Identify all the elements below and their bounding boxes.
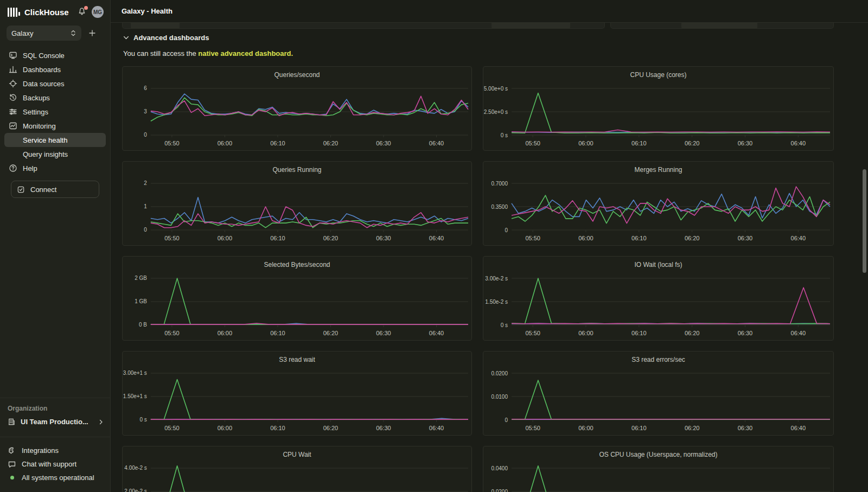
svg-text:3.00e-2 s: 3.00e-2 s [485,276,508,282]
svg-text:06:00: 06:00 [218,235,232,241]
svg-text:06:40: 06:40 [429,425,444,431]
line-chart: 2 GB1 GB0 B05:5006:0006:1006:2006:3006:4… [123,271,471,340]
chart-title: OS CPU Usage (Userspace, normalized) [483,446,833,461]
charts-grid: Queries/second 63005:5006:0006:1006:2006… [122,66,868,492]
svg-text:2 GB: 2 GB [135,275,147,281]
svg-text:05:50: 05:50 [164,140,179,146]
svg-text:06:00: 06:00 [578,235,593,241]
workspace-select[interactable]: Galaxy [7,25,81,41]
svg-text:06:10: 06:10 [270,235,285,241]
chart-panel-cpu-usage: CPU Usage (cores) 5.00e+0 s2.50e+0 s0 s0… [483,66,834,151]
sidebar-item-dashboards[interactable]: Dashboards [4,62,106,76]
native-dashboard-link[interactable]: native advanced dashboard. [198,49,293,57]
sidebar: ClickHouse MG Galaxy S [0,0,111,492]
svg-text:06:30: 06:30 [376,425,391,431]
connect-button[interactable]: Connect [11,181,99,198]
svg-text:05:50: 05:50 [164,425,179,431]
svg-text:0.7000: 0.7000 [491,181,508,187]
sidebar-item-sql-console[interactable]: SQL Console [4,48,106,62]
svg-text:0: 0 [505,227,508,233]
svg-text:4.00e-2 s: 4.00e-2 s [124,465,147,471]
svg-text:06:40: 06:40 [429,235,444,241]
chart-panel-io-wait: IO Wait (local fs) 3.00e-2 s1.50e-2 s0 s… [483,256,834,341]
svg-text:0.3500: 0.3500 [491,204,508,210]
sidebar-item-label: Integrations [22,446,59,455]
svg-text:06:00: 06:00 [578,425,593,431]
sidebar-item-label: SQL Console [23,52,65,60]
svg-text:06:20: 06:20 [323,235,338,241]
settings-icon [9,107,17,116]
vertical-scrollbar-thumb[interactable] [863,169,866,273]
line-chart: 3.00e+1 s1.50e+1 s0 s05:5006:0006:1006:2… [123,366,471,435]
page-title: Galaxy - Health [122,7,173,15]
svg-text:06:20: 06:20 [685,330,700,336]
chat-icon [8,460,16,469]
svg-text:06:00: 06:00 [578,140,593,146]
sidebar-item-label: Data sources [23,80,65,88]
sidebar-item-label: Dashboards [23,66,61,74]
svg-text:06:10: 06:10 [631,140,647,146]
svg-text:0.0200: 0.0200 [491,489,508,492]
chart-panel-cpu-wait: CPU Wait 4.00e-2 s2.00e-2 s0 s05:5006:00… [122,446,472,492]
sidebar-item-chat-support[interactable]: Chat with support [4,457,106,471]
system-status-item[interactable]: All systems operational [4,471,106,484]
line-chart: 21005:5006:0006:1006:2006:3006:40 [123,176,471,245]
svg-text:0: 0 [144,132,147,138]
plus-icon [88,29,96,37]
add-service-button[interactable] [87,28,98,39]
notifications-button[interactable] [78,7,87,17]
svg-text:05:50: 05:50 [525,235,540,241]
chart-title: Selected Bytes/second [123,257,471,271]
svg-text:06:30: 06:30 [738,425,753,431]
svg-text:06:10: 06:10 [631,235,647,241]
sidebar-item-service-health[interactable]: Service health [4,133,106,147]
sidebar-item-settings[interactable]: Settings [4,105,106,119]
svg-text:05:50: 05:50 [164,235,179,241]
status-label: All systems operational [22,474,94,482]
svg-text:06:10: 06:10 [631,330,647,336]
line-chart: 63005:5006:0006:1006:2006:3006:40 [123,81,471,150]
puzzle-icon [8,446,16,455]
svg-text:05:50: 05:50 [164,330,179,336]
sidebar-item-query-insights[interactable]: Query insights [4,147,106,161]
chart-panel-os-cpu-usage: OS CPU Usage (Userspace, normalized) 0.0… [483,446,834,492]
sidebar-item-monitoring[interactable]: Monitoring [4,119,106,133]
dashboards-icon [9,65,17,74]
svg-text:06:30: 06:30 [376,330,391,336]
svg-text:0: 0 [144,227,147,233]
brand-title: ClickHouse [24,8,69,17]
svg-text:06:30: 06:30 [738,140,753,146]
svg-text:06:40: 06:40 [791,140,806,146]
svg-text:2: 2 [144,180,147,186]
svg-text:06:40: 06:40 [429,140,444,146]
avatar[interactable]: MG [92,6,104,18]
line-chart: 0.70000.3500005:5006:0006:1006:2006:3006… [483,176,833,245]
sidebar-item-label: Backups [23,94,50,102]
svg-text:06:00: 06:00 [218,425,232,431]
sidebar-item-data-sources[interactable]: Data sources [4,76,106,91]
clickhouse-logo-icon [8,8,20,17]
chart-title: CPU Wait [123,446,471,461]
cut-off-panel [610,23,834,29]
organization-item[interactable]: UI Team Productio... [8,418,104,426]
page-header: Galaxy - Health [111,0,868,23]
data-sources-icon [9,79,17,88]
sidebar-item-backups[interactable]: Backups [4,91,106,105]
unfold-icon [70,29,76,37]
svg-text:3.00e+1 s: 3.00e+1 s [123,370,147,376]
svg-text:1.50e-2 s: 1.50e-2 s [485,299,508,305]
connect-icon [17,186,25,194]
sidebar-item-label: Settings [23,108,48,116]
svg-text:0 s: 0 s [140,417,147,423]
sidebar-item-label: Query insights [23,150,68,158]
svg-text:06:30: 06:30 [376,140,391,146]
svg-text:1.50e+1 s: 1.50e+1 s [123,393,147,399]
svg-text:06:10: 06:10 [631,425,647,431]
sidebar-item-integrations[interactable]: Integrations [4,444,106,457]
chart-title: S3 read wait [123,352,471,366]
svg-text:05:50: 05:50 [525,330,540,336]
line-chart: 0.02000.0100005:5006:0006:1006:2006:3006… [483,366,833,435]
sidebar-item-help[interactable]: Help [4,161,106,175]
svg-text:0 s: 0 s [501,132,508,138]
svg-text:0.0200: 0.0200 [491,370,508,376]
